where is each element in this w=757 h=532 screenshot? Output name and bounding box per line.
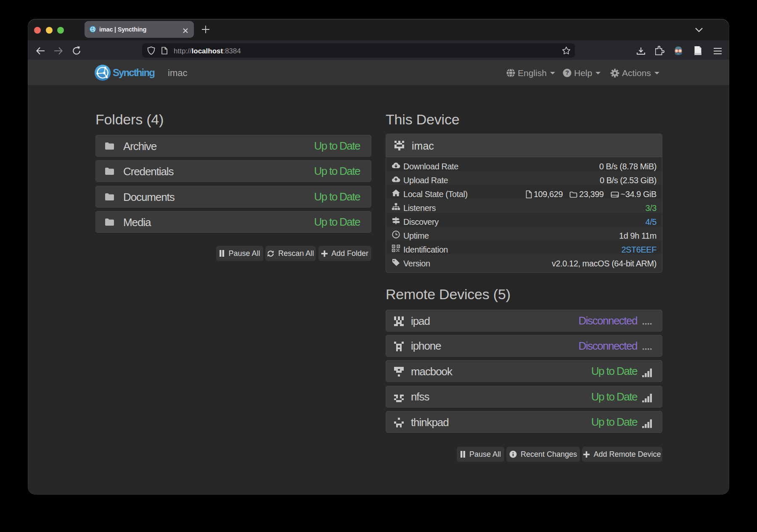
svg-text:?: ? xyxy=(565,69,569,76)
